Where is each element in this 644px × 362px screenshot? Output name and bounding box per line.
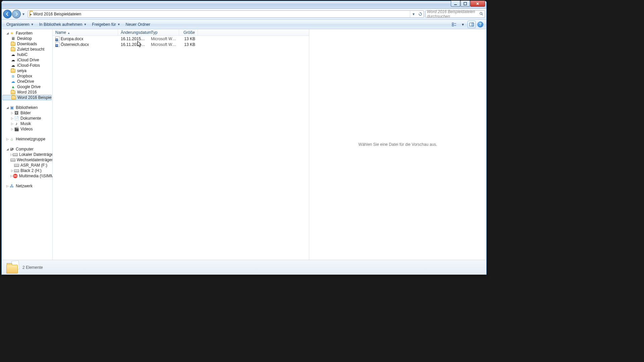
drive-icon: [10, 157, 15, 163]
preview-pane-button[interactable]: [468, 21, 476, 28]
nav-history-dropdown[interactable]: ▾: [21, 11, 26, 17]
expand-icon[interactable]: ▷: [10, 169, 14, 172]
folder-icon: [10, 68, 16, 73]
search-input[interactable]: Word 2016 Beispieldateien durchsuchen: [425, 10, 485, 18]
collapse-icon[interactable]: ◢: [6, 147, 9, 151]
folder-icon: [30, 12, 30, 16]
back-button[interactable]: [3, 10, 12, 18]
nav-word2016-beispiel[interactable]: Word 2016 Beispieldateien: [2, 95, 52, 100]
folder-icon: [10, 47, 16, 52]
word-file-icon: [55, 42, 60, 47]
minimize-button[interactable]: [451, 1, 460, 7]
expand-icon[interactable]: ▷: [10, 117, 14, 120]
search-icon: [479, 12, 483, 17]
col-size[interactable]: Größe: [179, 29, 198, 36]
nav-drive-c[interactable]: ▷Lokaler Datenträger (C:): [2, 152, 52, 157]
svg-rect-3: [452, 23, 453, 24]
nav-drive-h[interactable]: ▷Black 2 (H:): [2, 168, 52, 173]
nav-word2016[interactable]: Word 2016: [2, 89, 52, 95]
nav-drive-f[interactable]: ASR_RAM (F:): [2, 163, 52, 168]
breadcrumb-current[interactable]: Word 2016 Beispieldateien: [32, 12, 83, 16]
view-dropdown[interactable]: ▾: [459, 21, 467, 28]
nav-videos[interactable]: ▷🎬Videos: [2, 126, 52, 132]
navigation-pane[interactable]: ◢ ★ Favoriten 🖥Desktop Downloads Zuletzt…: [2, 29, 53, 260]
col-name[interactable]: Name▲: [53, 29, 118, 36]
computer-icon: 🖳: [9, 146, 14, 152]
drive-icon: [14, 168, 19, 173]
pictures-icon: 🖼: [14, 110, 19, 116]
network-drive-icon: ⛔: [13, 173, 18, 179]
help-button[interactable]: ?: [476, 21, 484, 28]
new-folder-button[interactable]: Neuer Ordner: [123, 21, 153, 28]
expand-icon[interactable]: ▷: [10, 127, 14, 131]
onedrive-icon: ☁: [10, 79, 16, 84]
item-count: 2 Elemente: [22, 265, 43, 270]
nav-drive-d[interactable]: Wechseldatenträger (D:): [2, 157, 52, 163]
organize-button[interactable]: Organisieren▼: [4, 21, 37, 28]
nav-hubic[interactable]: ☁hubiC: [2, 52, 52, 57]
col-type[interactable]: Typ: [148, 29, 179, 36]
googledrive-icon: ▲: [10, 84, 16, 89]
expand-icon[interactable]: ▷: [6, 184, 9, 188]
maximize-button[interactable]: [461, 1, 470, 7]
nav-dokumente[interactable]: ▷📄Dokumente: [2, 116, 52, 121]
nav-bilder[interactable]: ▷🖼Bilder: [2, 110, 52, 116]
nav-recent[interactable]: Zuletzt besucht: [2, 47, 52, 52]
svg-point-2: [480, 12, 482, 14]
file-row[interactable]: Österreich.docx 16.11.2015 20:34 Microso…: [53, 42, 309, 47]
nav-onedrive[interactable]: ☁OneDrive: [2, 79, 52, 84]
drive-icon: [13, 152, 18, 157]
expand-icon[interactable]: ▷: [10, 174, 13, 178]
expand-icon[interactable]: ▷: [10, 111, 14, 115]
address-bar[interactable]: ▸ Word 2016 Beispieldateien ▾: [28, 10, 424, 18]
folder-icon: [10, 41, 16, 47]
folder-icon: [10, 89, 16, 95]
folder-large-icon: [6, 261, 20, 274]
share-button[interactable]: Freigeben für▼: [89, 21, 123, 28]
star-icon: ★: [9, 31, 14, 36]
forward-button[interactable]: [12, 10, 21, 18]
refresh-button[interactable]: [417, 11, 424, 17]
videos-icon: 🎬: [14, 126, 19, 132]
expand-icon[interactable]: ▷: [6, 137, 9, 141]
view-options-button[interactable]: [450, 21, 458, 28]
include-library-button[interactable]: In Bibliothek aufnehmen▼: [37, 21, 90, 28]
nav-bar: ▾ ▸ Word 2016 Beispieldateien ▾ Word 201…: [2, 9, 486, 20]
nav-downloads[interactable]: Downloads: [2, 41, 52, 47]
nav-seiya[interactable]: seiya: [2, 68, 52, 73]
homegroup-icon: ⌂: [9, 136, 14, 142]
chevron-down-icon: ▼: [117, 23, 120, 26]
drive-icon: [14, 163, 19, 168]
nav-musik[interactable]: ▷♪Musik: [2, 121, 52, 126]
collapse-icon[interactable]: ◢: [6, 106, 9, 109]
libraries-icon: ▣: [9, 105, 14, 110]
explorer-window: ▾ ▸ Word 2016 Beispieldateien ▾ Word 201…: [1, 1, 487, 275]
nav-dropbox[interactable]: ⧈Dropbox: [2, 73, 52, 79]
nav-libraries[interactable]: ◢ ▣ Bibliotheken: [2, 105, 52, 110]
command-bar: Organisieren▼ In Bibliothek aufnehmen▼ F…: [2, 20, 486, 29]
nav-googledrive[interactable]: ▲Google Drive: [2, 84, 52, 89]
search-placeholder: Word 2016 Beispieldateien durchsuchen: [427, 9, 479, 19]
folder-icon: [11, 95, 16, 100]
collapse-icon[interactable]: ◢: [6, 32, 9, 35]
expand-icon[interactable]: ▷: [10, 122, 14, 125]
nav-computer[interactable]: ◢ 🖳 Computer: [2, 146, 52, 152]
nav-icloudfotos[interactable]: ☁iCloud-Fotos: [2, 63, 52, 68]
file-row[interactable]: Europa.docx 16.11.2015 20:34 Microsoft W…: [53, 36, 309, 42]
file-list-pane[interactable]: Name▲ Änderungsdatum Typ Größe Europa.do…: [53, 29, 309, 260]
nav-homegroup[interactable]: ▷ ⌂ Heimnetzgruppe: [2, 136, 52, 142]
col-date[interactable]: Änderungsdatum: [118, 29, 148, 36]
nav-iclouddrive[interactable]: ☁iCloud Drive: [2, 57, 52, 63]
nav-network-share[interactable]: ▷⛔Multimedia (\\SIMMERINC: [2, 173, 52, 179]
details-pane: 2 Elemente: [2, 260, 486, 275]
nav-network[interactable]: ▷ 🖧 Netzwerk: [2, 183, 52, 189]
nav-favorites[interactable]: ◢ ★ Favoriten: [2, 31, 52, 36]
column-headers: Name▲ Änderungsdatum Typ Größe: [53, 29, 309, 36]
expand-icon[interactable]: ▷: [10, 153, 13, 156]
close-button[interactable]: [470, 1, 485, 7]
nav-desktop[interactable]: 🖥Desktop: [2, 36, 52, 41]
word-file-icon: [55, 37, 60, 41]
addr-history-dropdown[interactable]: ▾: [410, 11, 417, 17]
titlebar[interactable]: [2, 1, 486, 9]
preview-pane: Wählen Sie eine Datei für die Vorschau a…: [309, 29, 486, 260]
